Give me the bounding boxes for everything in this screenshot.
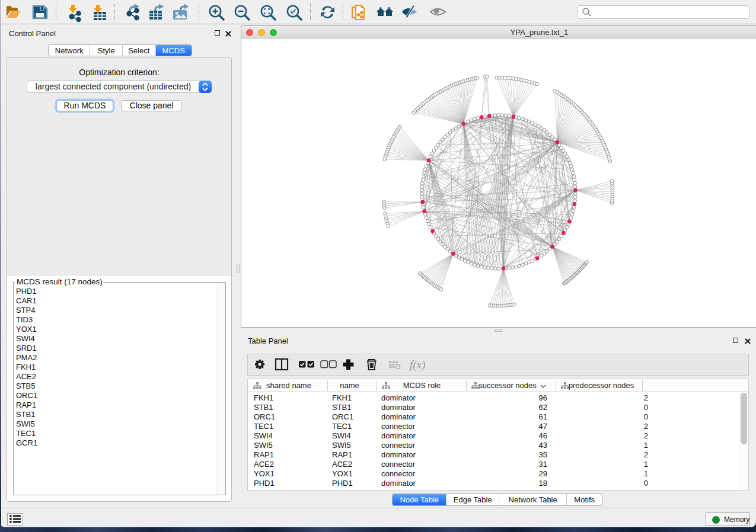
svg-text:f(x): f(x) xyxy=(410,358,425,371)
